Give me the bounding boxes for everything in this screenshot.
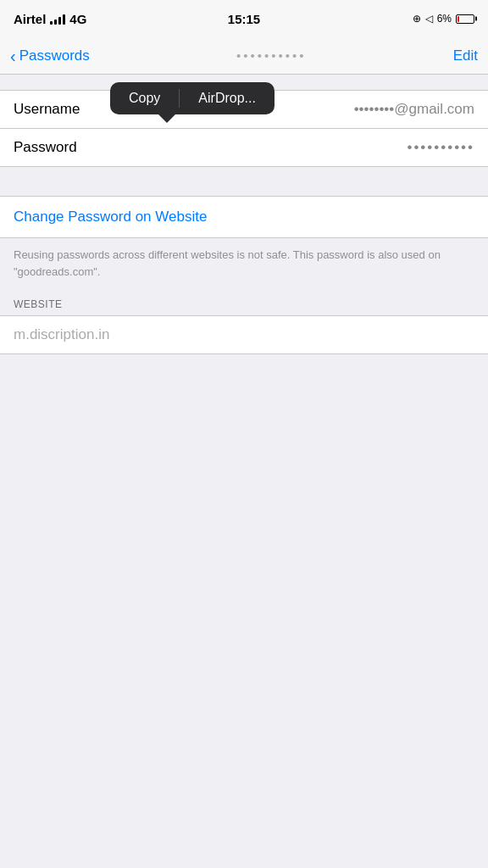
credentials-section: Username ••••••••@gmail.com Copy AirDrop…: [0, 90, 488, 167]
back-label: Passwords: [19, 47, 90, 64]
section-gap-1: [0, 167, 488, 196]
signal-bar-1: [50, 21, 53, 25]
website-row[interactable]: m.discription.in: [0, 315, 488, 354]
battery-icon: [456, 14, 474, 24]
status-left: Airtel 4G: [14, 12, 86, 26]
airdrop-button[interactable]: AirDrop...: [180, 82, 274, 114]
tooltip-menu: Copy AirDrop...: [110, 82, 274, 114]
tooltip-arrow: [158, 114, 175, 123]
copy-button[interactable]: Copy: [110, 82, 179, 114]
signal-bar-4: [63, 14, 65, 25]
status-right: ⊕ ◁ 6%: [413, 13, 474, 25]
navigation-icon: ◁: [425, 13, 433, 25]
carrier-label: Airtel: [14, 12, 46, 26]
password-label: Password: [14, 139, 107, 156]
status-time: 15:15: [228, 12, 260, 26]
website-section-header: WEBSITE: [0, 293, 488, 315]
battery-fill: [458, 16, 459, 22]
back-button[interactable]: ‹ Passwords: [10, 47, 90, 64]
battery-percent: 6%: [437, 13, 452, 25]
status-bar: Airtel 4G 15:15 ⊕ ◁ 6%: [0, 0, 488, 37]
username-label: Username: [14, 101, 107, 118]
password-row[interactable]: Password ••••••••••: [0, 128, 488, 166]
back-chevron-icon: ‹: [10, 47, 16, 64]
warning-text: Reusing passwords across different websi…: [14, 247, 474, 280]
location-icon: ⊕: [413, 13, 421, 25]
nav-title: ••••••••••: [90, 48, 453, 63]
username-row[interactable]: Username ••••••••@gmail.com Copy AirDrop…: [0, 91, 488, 128]
signal-bar-2: [54, 19, 57, 25]
bottom-area: [0, 354, 488, 676]
nav-bar: ‹ Passwords •••••••••• Edit: [0, 37, 488, 75]
signal-bars: [50, 13, 65, 25]
change-password-link[interactable]: Change Password on Website: [14, 209, 207, 225]
website-value: m.discription.in: [14, 326, 109, 342]
warning-section: Reusing passwords across different websi…: [0, 238, 488, 293]
change-password-section: Change Password on Website: [0, 196, 488, 238]
password-value: ••••••••••: [107, 139, 474, 156]
edit-button[interactable]: Edit: [453, 47, 478, 64]
battery-body: [456, 14, 474, 24]
content: Username ••••••••@gmail.com Copy AirDrop…: [0, 75, 488, 676]
network-label: 4G: [69, 12, 86, 26]
nav-title-text: ••••••••••: [236, 48, 307, 63]
website-url: m.discription.in: [14, 326, 109, 342]
signal-bar-3: [58, 17, 61, 25]
context-menu: Copy AirDrop...: [110, 82, 274, 123]
